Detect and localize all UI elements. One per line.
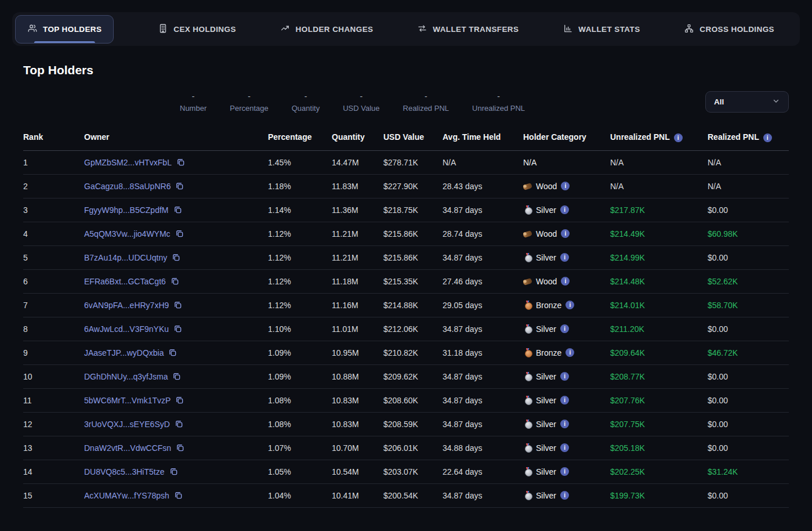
rank-cell: 9 bbox=[23, 341, 84, 364]
owner-address-link[interactable]: AcXUMAYw...fYS78psh bbox=[84, 491, 169, 500]
holder-category-cell: Silver i bbox=[523, 198, 610, 222]
info-icon[interactable]: i bbox=[763, 133, 772, 142]
info-icon[interactable]: i bbox=[674, 133, 683, 142]
info-icon[interactable]: i bbox=[560, 396, 569, 404]
unrealized-pnl-cell: $217.87K bbox=[610, 198, 708, 222]
copy-icon[interactable] bbox=[173, 301, 182, 309]
owner-cell: 6vAN9pFA...eHRy7xH9 bbox=[84, 293, 268, 317]
usd-value-cell: $208.59K bbox=[383, 412, 443, 436]
owner-address-link[interactable]: 3rUoVQXJ...sEYE6SyD bbox=[84, 420, 170, 429]
stat-usd-value: - USD Value bbox=[343, 92, 379, 113]
col-rank: Rank bbox=[23, 128, 84, 150]
holder-category-cell: Bronze i bbox=[523, 341, 610, 364]
stat-label: Percentage bbox=[230, 104, 269, 113]
avg-time-held-cell: 34.87 days bbox=[443, 483, 523, 507]
copy-icon[interactable] bbox=[175, 420, 183, 428]
usd-value-cell: $215.86K bbox=[383, 245, 443, 269]
owner-address-link[interactable]: FgyyW9hp...B5CZpdfM bbox=[84, 205, 169, 215]
tab-label: WALLET STATS bbox=[578, 25, 640, 34]
unrealized-pnl-cell: $207.76K bbox=[610, 388, 708, 412]
tab-top-holders[interactable]: TOP HOLDERS bbox=[15, 15, 114, 44]
holder-category-cell: Silver i bbox=[523, 364, 610, 388]
usd-value-cell: $215.35K bbox=[383, 269, 443, 293]
owner-cell: DGhDhNUy...q3yfJsma bbox=[84, 364, 268, 388]
owner-cell: B7zAu14p...UDCUqtny bbox=[84, 245, 268, 269]
info-icon[interactable]: i bbox=[561, 229, 570, 238]
info-icon[interactable]: i bbox=[560, 324, 569, 333]
owner-address-link[interactable]: 6vAN9pFA...eHRy7xH9 bbox=[84, 301, 169, 310]
owner-address-link[interactable]: GaCagzu8...8SaUpNR6 bbox=[84, 182, 171, 191]
copy-icon[interactable] bbox=[168, 348, 177, 357]
table-row: 14 DU8VQ8c5...3HiT5tze 1.05% 10.54M $203… bbox=[23, 460, 789, 483]
holder-category-cell: Wood i bbox=[523, 222, 610, 245]
copy-icon[interactable] bbox=[175, 182, 184, 190]
tab-wallet-stats[interactable]: WALLET STATS bbox=[563, 23, 640, 35]
info-icon[interactable]: i bbox=[566, 348, 574, 357]
owner-address-link[interactable]: EFRa6Bxt...GCTaCgt6 bbox=[84, 277, 166, 286]
avg-time-held-cell: 27.46 days bbox=[443, 269, 523, 293]
copy-icon[interactable] bbox=[176, 443, 184, 452]
copy-icon[interactable] bbox=[175, 396, 184, 404]
info-icon[interactable]: i bbox=[561, 182, 570, 190]
copy-icon[interactable] bbox=[173, 324, 182, 333]
info-icon[interactable]: i bbox=[561, 277, 570, 286]
copy-icon[interactable] bbox=[169, 467, 178, 476]
holder-category-cell: Wood i bbox=[523, 174, 610, 198]
owner-address-link[interactable]: DnaW2vtR...VdwCCFsn bbox=[84, 443, 171, 453]
holder-category-icon bbox=[523, 205, 532, 215]
holder-category-label: Silver bbox=[536, 253, 556, 262]
holder-category-icon bbox=[523, 467, 532, 476]
owner-address-link[interactable]: 6AwJwLcd...V3F9nYKu bbox=[84, 324, 169, 334]
tab-holder-changes[interactable]: HOLDER CHANGES bbox=[280, 23, 374, 35]
holder-category-label: Silver bbox=[536, 205, 556, 215]
realized-pnl-cell: $52.62K bbox=[708, 269, 789, 293]
holder-category-cell: Silver i bbox=[523, 412, 610, 436]
info-icon[interactable]: i bbox=[560, 443, 569, 452]
owner-address-link[interactable]: 5bWC6MrT...Vmk1TvzP bbox=[84, 396, 171, 405]
copy-icon[interactable] bbox=[173, 205, 182, 214]
info-icon[interactable]: i bbox=[560, 467, 569, 476]
holder-category-icon bbox=[523, 491, 532, 500]
tab-wallet-transfers[interactable]: WALLET TRANSFERS bbox=[417, 23, 519, 35]
col-unrealized-pnl: Unrealized PNLi bbox=[610, 128, 708, 150]
quantity-cell: 14.47M bbox=[332, 150, 383, 174]
tab-cross-holdings[interactable]: CROSS HOLDINGS bbox=[684, 23, 774, 35]
owner-address-link[interactable]: DGhDhNUy...q3yfJsma bbox=[84, 372, 168, 381]
filter-dropdown[interactable]: All bbox=[705, 91, 789, 113]
copy-icon[interactable] bbox=[172, 253, 180, 262]
info-icon[interactable]: i bbox=[560, 253, 569, 262]
quantity-cell: 11.83M bbox=[332, 174, 383, 198]
info-icon[interactable]: i bbox=[560, 491, 569, 500]
rank-cell: 14 bbox=[23, 460, 84, 483]
info-icon[interactable]: i bbox=[560, 372, 569, 381]
owner-address-link[interactable]: DU8VQ8c5...3HiT5tze bbox=[84, 467, 165, 476]
col-quantity: Quantity bbox=[332, 128, 383, 150]
owner-address-link[interactable]: A5qQM3Vw...jio4WYMc bbox=[84, 229, 171, 239]
owner-address-link[interactable]: JAaseTJP...wyDQxbia bbox=[84, 348, 164, 357]
holder-category-label: Silver bbox=[536, 420, 556, 429]
table-row: 15 AcXUMAYw...fYS78psh 1.04% 10.41M $200… bbox=[23, 483, 789, 507]
copy-icon[interactable] bbox=[176, 158, 185, 167]
owner-address-link[interactable]: B7zAu14p...UDCUqtny bbox=[84, 253, 167, 262]
stat-value: - bbox=[403, 92, 449, 101]
rank-cell: 7 bbox=[23, 293, 84, 317]
tab-label: HOLDER CHANGES bbox=[296, 25, 374, 34]
stat-label: Number bbox=[180, 104, 206, 113]
holder-category-cell: N/A bbox=[523, 150, 610, 174]
usd-value-cell: $212.06K bbox=[383, 317, 443, 341]
holder-category-cell: Silver i bbox=[523, 483, 610, 507]
info-icon[interactable]: i bbox=[560, 205, 569, 214]
info-icon[interactable]: i bbox=[560, 420, 569, 428]
copy-icon[interactable] bbox=[172, 372, 181, 381]
owner-address-link[interactable]: GpMZbSM2...vHTvxFbL bbox=[84, 158, 172, 167]
quantity-cell: 11.21M bbox=[332, 222, 383, 245]
copy-icon[interactable] bbox=[174, 491, 183, 500]
percentage-cell: 1.08% bbox=[268, 412, 332, 436]
tab-cex-holdings[interactable]: CEX HOLDINGS bbox=[158, 23, 236, 35]
copy-icon[interactable] bbox=[175, 229, 184, 238]
percentage-cell: 1.10% bbox=[268, 317, 332, 341]
usd-value-cell: $227.90K bbox=[383, 174, 443, 198]
copy-icon[interactable] bbox=[171, 277, 179, 286]
unrealized-pnl-cell: $199.73K bbox=[610, 483, 708, 507]
info-icon[interactable]: i bbox=[566, 301, 574, 309]
